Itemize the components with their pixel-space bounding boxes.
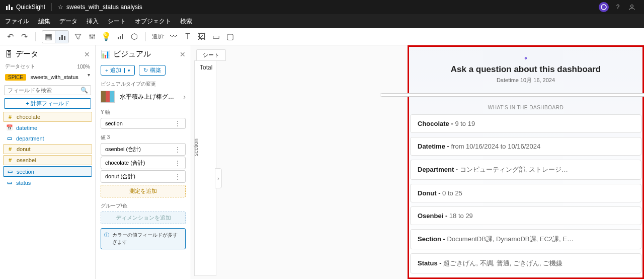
svg-rect-5 — [59, 37, 60, 40]
dashboard-card[interactable]: Osenbei - 18 to 29 — [410, 206, 641, 225]
calc-field-button[interactable]: + 計算フィールド — [4, 98, 91, 109]
field-type-icon: 📅 — [6, 124, 13, 131]
q-assistant-button[interactable] — [599, 2, 609, 12]
field-type-icon: ▭ — [6, 179, 13, 186]
dataset-picker[interactable]: SPICE sweets_with_status ▾ — [0, 70, 95, 83]
dashboard-card[interactable]: Donut - 0 to 25 — [410, 184, 641, 202]
field-search-input[interactable] — [4, 85, 91, 95]
dashboard-card[interactable]: Section - DocumentDB課, DynamoDB課, EC2課, … — [410, 229, 641, 249]
dashboard-card[interactable]: Datetime - from 10/16/2024 to 10/16/2024 — [410, 137, 641, 156]
viz-type-picker[interactable]: 水平積み上げ棒グ… › — [96, 89, 191, 105]
svg-point-8 — [90, 35, 91, 36]
add-text-icon[interactable]: T — [183, 32, 193, 42]
add-visual-button[interactable]: + 追加▾ — [101, 65, 135, 76]
data-panel-title: データ — [16, 49, 38, 59]
ask-q-modal: Ask a question about this dashboard Date… — [408, 45, 644, 279]
menu-object[interactable]: オブジェクト — [135, 17, 171, 26]
field-department[interactable]: ▭department — [3, 133, 92, 143]
viz-thumb-icon — [101, 91, 115, 103]
visual-panel: 📊 ビジュアル ✕ + 追加▾ ↻ 構築 ビジュアルタイプの変更 水平積み上げ棒… — [96, 45, 191, 279]
search-icon[interactable]: 🔍 — [80, 87, 88, 94]
dashboard-card[interactable]: Department - コンピューティング部, ストレージ… — [410, 160, 641, 180]
menu-insert[interactable]: 挿入 — [87, 17, 99, 26]
filter-icon[interactable] — [73, 32, 83, 42]
menu-data[interactable]: データ — [59, 17, 77, 26]
whats-label: WHAT'S IN THE DASHBOARD — [488, 105, 564, 110]
kebab-icon[interactable]: ⋮ — [174, 148, 181, 152]
add-line-icon[interactable]: 〰 — [169, 32, 179, 42]
dataset-pct: 100% — [77, 64, 90, 69]
svg-point-9 — [92, 37, 93, 38]
field-section[interactable]: ▭section — [3, 166, 92, 177]
field-type-icon: # — [7, 157, 14, 163]
help-icon[interactable]: ? — [613, 2, 623, 12]
field-type-icon: # — [7, 146, 14, 152]
svg-rect-1 — [9, 5, 10, 10]
db-icon: 🗄 — [5, 50, 13, 58]
expand-handle-icon[interactable]: › — [215, 168, 222, 188]
build-button[interactable]: ↻ 構築 — [139, 65, 166, 76]
value-count: 3 — [107, 134, 110, 140]
visualization[interactable]: Total section › — [194, 60, 216, 276]
svg-rect-13 — [122, 34, 123, 39]
menu-edit[interactable]: 編集 — [38, 17, 50, 26]
value-well[interactable]: chocolate (合計)⋮ — [101, 157, 186, 169]
insight-icon[interactable] — [115, 32, 125, 42]
viz-title: Total — [200, 64, 211, 71]
viz-y-label: section — [193, 138, 199, 156]
menu-search[interactable]: 検索 — [180, 17, 192, 26]
value-well[interactable]: osenbei (合計)⋮ — [101, 143, 186, 156]
kebab-icon[interactable]: ⋮ — [174, 161, 181, 165]
add-control-icon[interactable]: ▭ — [211, 32, 221, 42]
field-chocolate[interactable]: #chocolate — [3, 112, 92, 122]
dashboard-card[interactable]: Chocolate - 9 to 19 — [410, 114, 641, 133]
chart-icon: 📊 — [101, 50, 110, 59]
layout-table-icon[interactable]: ▦ — [42, 31, 55, 43]
chevron-right-icon: › — [183, 93, 186, 101]
svg-rect-11 — [118, 37, 119, 39]
dashboard-card[interactable]: Status - 超ごきげん, 不調, 普通, ごきげん, ご機嫌 — [410, 253, 641, 273]
field-status[interactable]: ▭status — [3, 178, 92, 187]
ask-input[interactable] — [380, 94, 631, 97]
value-well[interactable]: donut (合計)⋮ — [101, 170, 186, 183]
add-image-icon[interactable]: 🖼 — [197, 32, 207, 42]
field-osenbei[interactable]: #osenbei — [3, 155, 92, 165]
close-icon[interactable]: ✕ — [180, 50, 186, 58]
svg-point-4 — [631, 5, 633, 8]
add-dimension-well[interactable]: ディメンションを追加 — [101, 212, 186, 224]
undo-icon[interactable]: ↶ — [5, 32, 15, 42]
info-icon: ⓘ — [104, 232, 109, 246]
lightbulb-icon[interactable]: 💡 — [101, 32, 111, 42]
dataset-label: データセット — [5, 63, 35, 70]
product-logo[interactable]: QuickSight — [5, 3, 45, 11]
sliders-icon[interactable] — [87, 32, 97, 42]
y-axis-label: Y 軸 — [96, 105, 191, 117]
menu-bar: ファイル 編集 データ 挿入 シート オブジェクト 検索 — [0, 14, 644, 28]
product-name: QuickSight — [16, 4, 45, 11]
menu-sheet[interactable]: シート — [108, 17, 126, 26]
redo-icon[interactable]: ↷ — [19, 32, 29, 42]
analysis-title: sweets_with_status analysis — [66, 4, 142, 11]
svg-rect-2 — [11, 7, 13, 10]
kebab-icon[interactable]: ⋮ — [174, 121, 181, 125]
y-axis-well[interactable]: section⋮ — [101, 118, 186, 129]
field-datetime[interactable]: 📅datetime — [3, 123, 92, 132]
field-type-icon: # — [7, 114, 14, 120]
svg-point-10 — [94, 34, 95, 36]
app-topbar: QuickSight ☆ sweets_with_status analysis… — [0, 0, 644, 14]
svg-rect-12 — [120, 36, 121, 39]
layout-chart-icon[interactable] — [55, 31, 68, 43]
kebab-icon[interactable]: ⋮ — [174, 175, 181, 179]
field-donut[interactable]: #donut — [3, 144, 92, 154]
user-icon[interactable] — [627, 2, 637, 12]
visual-panel-title: ビジュアル — [113, 49, 151, 59]
favorite-star-icon[interactable]: ☆ — [58, 4, 63, 11]
add-measure-well[interactable]: 測定を追加 — [101, 185, 186, 197]
q-logo-icon — [516, 57, 536, 59]
hexagon-icon[interactable]: ⬡ — [129, 32, 139, 42]
add-sheet-icon[interactable]: ▢ — [225, 32, 235, 42]
menu-file[interactable]: ファイル — [5, 17, 29, 26]
sheet-tab[interactable]: シート — [196, 49, 226, 61]
modal-datetime: Datetime 10月 16, 2024 — [497, 77, 555, 84]
close-icon[interactable]: ✕ — [84, 50, 90, 58]
